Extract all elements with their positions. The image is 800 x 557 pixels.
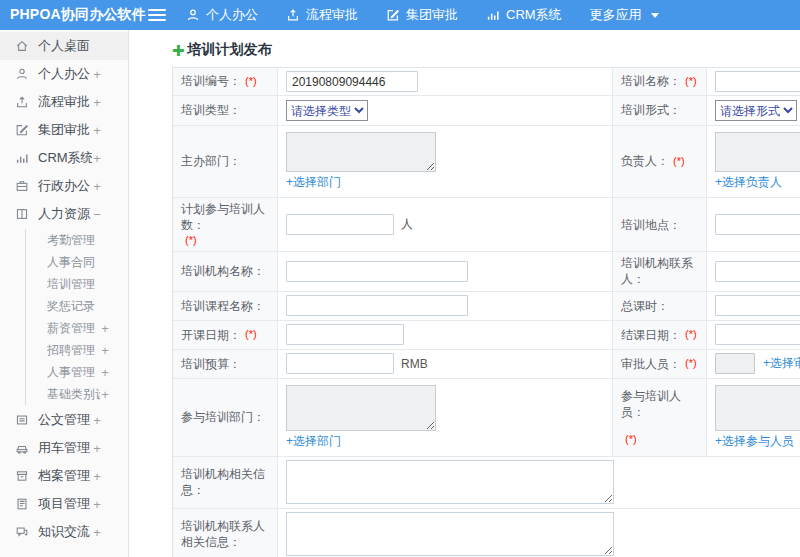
participating-department-textarea[interactable] bbox=[286, 385, 436, 431]
field-label: 培训预算： bbox=[181, 356, 241, 372]
chat-icon bbox=[14, 525, 29, 540]
training-type-select[interactable]: 请选择类型 bbox=[286, 100, 368, 121]
sidebar-item-vehicle-mgmt[interactable]: 用车管理 + bbox=[0, 434, 128, 462]
training-plan-form: 培训编号：(*) 培训名称：(*) 培训类型： 请选择类型 培训形式： 请选择形… bbox=[172, 67, 800, 557]
nav-workflow-approval[interactable]: 流程审批 bbox=[286, 6, 358, 24]
expand-icon[interactable]: + bbox=[92, 497, 102, 512]
expand-icon[interactable]: + bbox=[92, 413, 102, 428]
field-label: 开课日期： bbox=[181, 327, 241, 343]
sidebar-item-project-mgmt[interactable]: 项目管理 + bbox=[0, 490, 128, 518]
expand-icon[interactable]: + bbox=[100, 321, 110, 336]
flow-icon bbox=[286, 8, 300, 22]
expand-icon[interactable]: + bbox=[92, 469, 102, 484]
required-mark: (*) bbox=[245, 327, 257, 342]
field-label: 培训课程名称： bbox=[181, 298, 265, 314]
form-row: 培训课程名称： 总课时： bbox=[173, 292, 800, 321]
select-participants-link[interactable]: +选择参与人员 bbox=[715, 433, 794, 450]
form-row: 培训编号：(*) 培训名称：(*) bbox=[173, 68, 800, 96]
form-row: 开课日期：(*) 结课日期：(*) bbox=[173, 321, 800, 350]
expand-icon[interactable]: + bbox=[92, 441, 102, 456]
form-row: 培训机构相关信息： bbox=[173, 457, 800, 509]
field-label: 计划参与培训人数： bbox=[181, 201, 269, 233]
field-label: 负责人： bbox=[621, 153, 669, 169]
form-row: 培训机构名称： 培训机构联系人： bbox=[173, 252, 800, 291]
unit-suffix: 人 bbox=[401, 216, 413, 233]
sidebar-item-hr[interactable]: 人力资源 − bbox=[0, 200, 128, 228]
nav-group-approval[interactable]: 集团审批 bbox=[386, 6, 458, 24]
institution-contact-input[interactable] bbox=[715, 261, 800, 282]
sidebar-item-attendance-mgmt[interactable]: 考勤管理 bbox=[26, 229, 128, 251]
chart-icon bbox=[486, 8, 500, 22]
nav-label: 更多应用 bbox=[590, 6, 642, 24]
nav-more-apps[interactable]: 更多应用 bbox=[590, 6, 659, 24]
sidebar-item-hr-contract[interactable]: 人事合同 bbox=[26, 251, 128, 273]
responsible-person-textarea[interactable] bbox=[715, 132, 800, 172]
training-name-input[interactable] bbox=[715, 71, 800, 92]
collapse-icon[interactable]: − bbox=[92, 207, 102, 222]
sidebar-item-crm-system[interactable]: CRM系统 + bbox=[0, 144, 128, 172]
sidebar-item-reward-punishment[interactable]: 奖惩记录 bbox=[26, 295, 128, 317]
training-location-input[interactable] bbox=[715, 214, 800, 235]
budget-input[interactable] bbox=[286, 353, 394, 374]
course-name-input[interactable] bbox=[286, 295, 468, 316]
page-title: ✚ 培训计划发布 bbox=[172, 42, 800, 58]
sidebar-item-archive-mgmt[interactable]: 档案管理 + bbox=[0, 462, 128, 490]
project-icon bbox=[14, 497, 29, 512]
edit-icon bbox=[386, 8, 400, 22]
host-department-textarea[interactable] bbox=[286, 132, 436, 172]
expand-icon[interactable]: + bbox=[92, 179, 102, 194]
total-hours-input[interactable] bbox=[715, 295, 800, 316]
planned-participants-input[interactable] bbox=[286, 214, 394, 235]
expand-icon[interactable]: + bbox=[92, 525, 102, 540]
participants-textarea[interactable] bbox=[715, 385, 800, 431]
expand-icon[interactable]: + bbox=[92, 151, 102, 166]
sidebar-item-recruit-mgmt[interactable]: 招聘管理 + bbox=[26, 339, 128, 361]
sidebar-item-admin-office[interactable]: 行政办公 + bbox=[0, 172, 128, 200]
training-no-input[interactable] bbox=[286, 71, 418, 92]
expand-icon[interactable]: + bbox=[92, 67, 102, 82]
required-mark: (*) bbox=[185, 233, 197, 248]
institution-name-input[interactable] bbox=[286, 261, 468, 282]
app-logo[interactable]: PHPOA协同办公软件 bbox=[0, 6, 148, 24]
expand-icon[interactable]: + bbox=[100, 343, 110, 358]
select-responsible-link[interactable]: +选择负责人 bbox=[715, 174, 782, 191]
sidebar-item-group-approval[interactable]: 集团审批 + bbox=[0, 116, 128, 144]
institution-contact-info-textarea[interactable] bbox=[286, 512, 614, 556]
sidebar-item-personal-office[interactable]: 个人办公 + bbox=[0, 60, 128, 88]
expand-icon[interactable]: + bbox=[100, 365, 110, 380]
sidebar-item-workflow-approval[interactable]: 流程审批 + bbox=[0, 88, 128, 116]
sidebar-item-salary-mgmt[interactable]: 薪资管理 + bbox=[26, 317, 128, 339]
main-content: ✚ 培训计划发布 培训编号：(*) 培训名称：(*) 培训类型： 请选择类型 培… bbox=[130, 30, 800, 557]
nav-personal-office[interactable]: 个人办公 bbox=[186, 6, 258, 24]
sidebar-item-base-category[interactable]: 基础类别设置 + bbox=[26, 383, 128, 405]
form-row: 主办部门： +选择部门 负责人：(*) +选择负责人 bbox=[173, 126, 800, 198]
menu-toggle-icon[interactable] bbox=[148, 9, 166, 21]
end-date-input[interactable] bbox=[715, 324, 800, 345]
field-label: 培训机构名称： bbox=[181, 263, 265, 279]
sidebar-item-personnel-mgmt[interactable]: 人事管理 + bbox=[26, 361, 128, 383]
field-label: 培训编号： bbox=[181, 73, 241, 89]
chart-icon bbox=[14, 151, 29, 166]
expand-icon[interactable]: + bbox=[92, 123, 102, 138]
required-mark: (*) bbox=[685, 74, 697, 89]
nav-crm-system[interactable]: CRM系统 bbox=[486, 6, 562, 24]
expand-icon[interactable]: + bbox=[92, 95, 102, 110]
select-department-link[interactable]: +选择部门 bbox=[286, 433, 341, 450]
sidebar-item-document-mgmt[interactable]: 公文管理 + bbox=[0, 406, 128, 434]
start-date-input[interactable] bbox=[286, 324, 404, 345]
field-label: 审批人员： bbox=[621, 356, 681, 372]
institution-info-textarea[interactable] bbox=[286, 460, 614, 504]
select-department-link[interactable]: +选择部门 bbox=[286, 174, 341, 191]
field-label: 总课时： bbox=[621, 298, 669, 314]
training-form-select[interactable]: 请选择形式 bbox=[715, 100, 797, 121]
approver-input[interactable] bbox=[715, 353, 755, 374]
expand-icon[interactable]: + bbox=[100, 387, 110, 402]
sidebar-item-training-mgmt[interactable]: 培训管理 bbox=[26, 273, 128, 295]
required-mark: (*) bbox=[685, 327, 697, 342]
user-icon bbox=[14, 67, 29, 82]
page-title-text: 培训计划发布 bbox=[188, 41, 272, 59]
sidebar-item-personal-desktop[interactable]: 个人桌面 bbox=[0, 32, 128, 60]
field-label: 参与培训人员： bbox=[621, 388, 698, 420]
select-approver-link[interactable]: +选择审批人员 bbox=[763, 355, 800, 372]
sidebar-item-knowledge-exchange[interactable]: 知识交流 + bbox=[0, 518, 128, 546]
